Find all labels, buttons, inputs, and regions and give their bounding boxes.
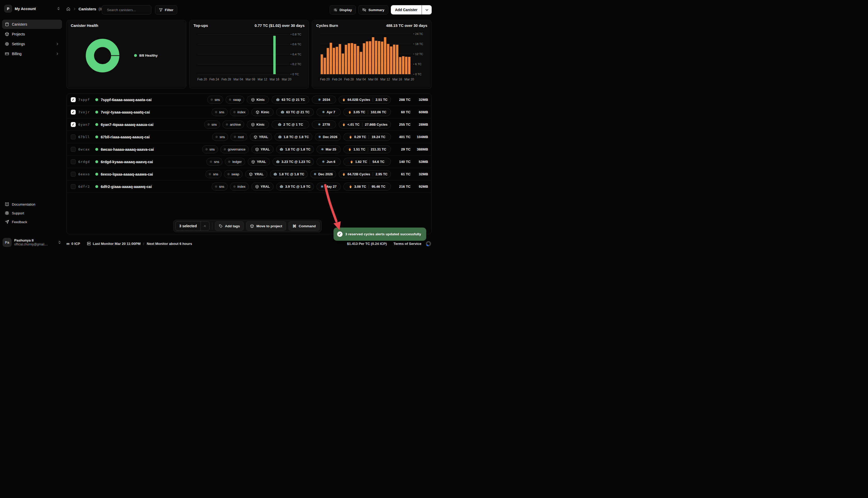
tag-pill[interactable]: sns	[205, 170, 221, 178]
freezing-threshold-pill[interactable]: ❄ Mar 25	[316, 145, 341, 153]
freezing-threshold-pill[interactable]: ❄ 2778	[312, 120, 336, 129]
sidebar-link-feedback[interactable]: Feedback	[2, 218, 62, 226]
compute-allocation-pill[interactable]: 3.9 TC @ 1.9 TC	[276, 183, 314, 191]
compute-allocation-pill[interactable]: 1.8 TC @ 1.8 TC	[276, 145, 314, 153]
table-row: ✓ 67bll 67bll-riaaa-aaaaq-aaauq-cai snsr…	[67, 131, 431, 143]
pill-divider	[369, 185, 369, 189]
project-pill[interactable]: YRAL	[252, 183, 274, 191]
tag-dot	[234, 136, 236, 138]
row-checkbox[interactable]: ✓	[71, 159, 76, 164]
summary-button[interactable]: Summary	[358, 5, 388, 14]
add-canister-menu-button[interactable]	[422, 5, 432, 14]
sidebar-item-canisters[interactable]: Canisters	[2, 19, 62, 29]
cycles-burn-pill[interactable]: 64.72B Cycles 2.95 TC	[339, 170, 391, 178]
freezing-threshold-pill[interactable]: ❄ May 27	[316, 183, 341, 191]
command-button[interactable]: ⌘ Command	[288, 221, 320, 231]
tag-pill[interactable]: governance	[220, 145, 249, 153]
canister-short-id: 7sppf	[78, 98, 93, 102]
freezing-threshold-pill[interactable]: ❄ Dec 2026	[310, 170, 336, 178]
compute-allocation-pill[interactable]: 2 TC @ 1 TC	[272, 120, 309, 129]
canister-id[interactable]: 6wcax-haaaa-aaaaq-aaava-cai	[101, 147, 154, 152]
cycles-burn-pill[interactable]: 64.02B Cycles 2.51 TC	[339, 96, 391, 104]
terms-link[interactable]: Terms of Service	[393, 242, 421, 246]
svg-text:0.6 TC: 0.6 TC	[293, 43, 301, 46]
sidebar-item-settings[interactable]: Settings	[2, 39, 62, 49]
tag-pill[interactable]: swap	[224, 170, 243, 178]
canister-id[interactable]: 7vojr-tyaaa-aaaaq-aaatq-cai	[101, 110, 150, 114]
sidebar-link-documentation[interactable]: Documentation	[2, 200, 62, 208]
row-checkbox[interactable]: ✓	[71, 110, 76, 115]
profile-switcher[interactable]: Pa Pashunya II official.chorniy@gmail...…	[3, 238, 62, 247]
project-pill[interactable]: YRAL	[252, 145, 274, 153]
tag-pill[interactable]: sns	[206, 158, 222, 166]
freezing-threshold-pill[interactable]: ❄ Apr 7	[316, 108, 341, 116]
cycles-burn-pill[interactable]: 3.05 TC 102.06 TC	[343, 108, 391, 116]
row-checkbox[interactable]: ✓	[71, 184, 76, 189]
compute-allocation-pill[interactable]: 63 TC @ 21 TC	[276, 108, 314, 116]
breadcrumb-section[interactable]: Canisters	[79, 7, 96, 11]
add-canister-button[interactable]: Add Canister	[391, 5, 422, 14]
project-pill[interactable]: YRAL	[250, 133, 272, 141]
project-pill[interactable]: YRAL	[245, 170, 267, 178]
tag-pill[interactable]: ledger	[225, 158, 245, 166]
tag-pill[interactable]: sns	[207, 96, 223, 104]
display-button[interactable]: Display	[330, 5, 356, 14]
memory-size: 53MB	[413, 160, 428, 164]
compute-allocation-pill[interactable]: 63 TC @ 21 TC	[272, 96, 309, 104]
tag-pill[interactable]: sns	[212, 183, 228, 191]
project-pill[interactable]: Kinic	[252, 108, 274, 116]
gear-icon	[5, 42, 9, 46]
tag-pill[interactable]: index	[230, 183, 249, 191]
row-checkbox[interactable]: ✓	[71, 172, 76, 176]
sidebar-link-support[interactable]: Support	[2, 209, 62, 217]
cycles-burn-pill[interactable]: 0.29 TC 19.24 TC	[343, 133, 391, 141]
canister-id[interactable]: 6dfr2-giaaa-aaaaq-aaawq-cai	[101, 185, 152, 189]
compute-allocation-pill[interactable]: 1.8 TC @ 1.8 TC	[275, 133, 312, 141]
tag-pill[interactable]: sns	[204, 120, 220, 129]
tag-pill[interactable]: swap	[226, 96, 244, 104]
row-checkbox[interactable]: ✓	[71, 134, 76, 139]
add-tags-button[interactable]: Add tags	[215, 221, 244, 231]
tag-pill[interactable]: index	[230, 108, 249, 116]
tag-pill[interactable]: sns	[202, 145, 218, 153]
canister-id[interactable]: 67bll-riaaa-aaaaq-aaauq-cai	[101, 135, 150, 139]
box-icon	[250, 224, 254, 228]
tag-pill[interactable]: sns	[212, 133, 228, 141]
filter-button[interactable]: Filter	[155, 5, 177, 14]
canister-id[interactable]: 6yan7-4qaaa-aaaaq-aaaua-cai	[101, 122, 153, 127]
canister-id[interactable]: 6eexo-lqaaa-aaaaq-aaawa-cai	[101, 172, 153, 176]
search-input[interactable]	[107, 8, 153, 12]
compute-allocation-pill[interactable]: 3.23 TC @ 1.23 TC	[273, 158, 314, 166]
table-row: ✓ 6wcax 6wcax-haaaa-aaaaq-aaava-cai snsg…	[67, 143, 431, 156]
cycles-balance: 288 TC	[393, 98, 410, 102]
canister-id[interactable]: 7sppf-6aaaa-aaaaq-aaata-cai	[101, 98, 152, 102]
tag-pill[interactable]: sns	[212, 108, 228, 116]
project-pill[interactable]: Kinic	[247, 96, 269, 104]
account-switcher[interactable]: P My Account	[4, 5, 60, 13]
sidebar-item-billing[interactable]: Billing	[2, 49, 62, 58]
compute-allocation-pill[interactable]: 1.8 TC @ 1.8 TC	[270, 170, 308, 178]
cycles-burn-pill[interactable]: 1.82 TC 54.6 TC	[343, 158, 391, 166]
row-checkbox[interactable]: ✓	[71, 97, 76, 102]
cycles-burn-pill[interactable]: 3.08 TC 95.46 TC	[343, 183, 391, 191]
sidebar-item-projects[interactable]: Projects	[2, 29, 62, 39]
clear-selection-button[interactable]	[201, 222, 209, 231]
tag-pill[interactable]: root	[230, 133, 247, 141]
home-icon[interactable]	[66, 7, 70, 11]
row-checkbox[interactable]: ✓	[71, 147, 76, 152]
canister-table: ✓ 7sppf 7sppf-6aaaa-aaaaq-aaata-cai snss…	[66, 93, 432, 234]
row-checkbox[interactable]: ✓	[71, 122, 76, 127]
freezing-threshold-pill[interactable]: ❄ Jun 6	[316, 158, 341, 166]
canister-id[interactable]: 6rdgd-kyaaa-aaaaq-aaavq-cai	[101, 160, 153, 164]
freezing-threshold-pill[interactable]: ❄ 2034	[312, 96, 336, 104]
project-pill[interactable]: YRAL	[248, 158, 270, 166]
project-pill[interactable]: Kinic	[247, 120, 269, 129]
cycles-burn-pill[interactable]: 1.51 TC 211.31 TC	[343, 145, 391, 153]
tag-pill[interactable]: archive	[222, 120, 244, 129]
move-to-project-button[interactable]: Move to project	[246, 221, 286, 231]
freezing-threshold-pill[interactable]: ❄ Dec 2026	[315, 133, 341, 141]
chevron-down-icon	[425, 8, 429, 12]
health-status-dot	[95, 135, 98, 138]
cycles-burn-pill[interactable]: <.01 TC 27.86B Cycles	[339, 120, 391, 129]
move-to-project-label: Move to project	[256, 224, 282, 228]
